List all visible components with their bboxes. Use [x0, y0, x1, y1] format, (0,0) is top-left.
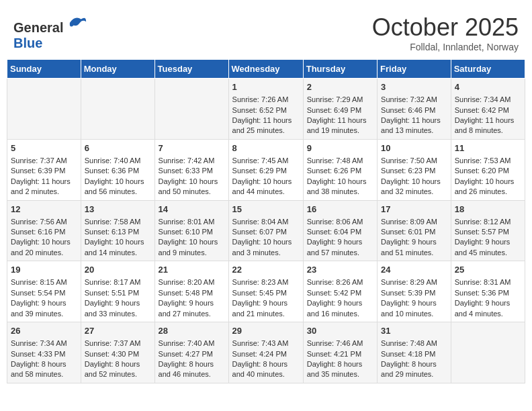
calendar-cell: 2Sunrise: 7:29 AMSunset: 6:49 PMDaylight… [303, 79, 377, 140]
day-info: Daylight: 11 hours and 19 minutes. [307, 116, 373, 136]
day-info: Sunrise: 7:45 AM [232, 156, 300, 166]
logo-text: General Blue [13, 13, 87, 50]
day-number: 8 [232, 142, 300, 154]
month-title: October 2025 [372, 13, 519, 42]
calendar-cell: 13Sunrise: 7:58 AMSunset: 6:13 PMDayligh… [81, 200, 154, 261]
day-info: Sunset: 4:24 PM [232, 349, 300, 359]
calendar-cell: 29Sunrise: 7:43 AMSunset: 4:24 PMDayligh… [228, 322, 303, 383]
day-info: Sunset: 5:39 PM [381, 288, 447, 298]
calendar-cell: 23Sunrise: 8:26 AMSunset: 5:42 PMDayligh… [303, 261, 377, 322]
day-info: Sunset: 5:57 PM [455, 227, 521, 237]
day-number: 15 [232, 203, 300, 216]
day-info: Sunrise: 7:43 AM [232, 338, 300, 349]
day-info: Sunset: 5:48 PM [159, 288, 225, 298]
calendar-cell: 11Sunrise: 7:53 AMSunset: 6:20 PMDayligh… [451, 139, 525, 200]
day-info: Sunrise: 8:29 AM [381, 277, 447, 287]
calendar-table: SundayMondayTuesdayWednesdayThursdayFrid… [7, 59, 525, 383]
calendar-week-4: 19Sunrise: 8:15 AMSunset: 5:54 PMDayligh… [7, 261, 525, 322]
day-info: Sunset: 6:01 PM [381, 227, 447, 237]
day-info: Sunset: 6:39 PM [11, 166, 77, 176]
day-info: Sunrise: 7:34 AM [11, 338, 77, 349]
day-info: Sunrise: 8:12 AM [455, 217, 521, 227]
day-info: Sunrise: 8:01 AM [159, 217, 225, 227]
day-info: Sunset: 4:33 PM [11, 349, 77, 359]
day-info: Daylight: 10 hours and 14 minutes. [85, 237, 151, 258]
day-number: 1 [232, 81, 300, 93]
day-number: 20 [85, 264, 151, 276]
day-number: 3 [381, 81, 447, 93]
day-info: Sunset: 6:29 PM [232, 166, 300, 176]
logo-general: General [13, 20, 63, 35]
calendar-cell: 18Sunrise: 8:12 AMSunset: 5:57 PMDayligh… [451, 200, 525, 261]
day-number: 27 [85, 325, 151, 337]
calendar-cell: 10Sunrise: 7:50 AMSunset: 6:23 PMDayligh… [378, 139, 451, 200]
day-number: 6 [85, 142, 151, 154]
day-info: Sunrise: 8:09 AM [381, 217, 447, 227]
calendar-cell: 7Sunrise: 7:42 AMSunset: 6:33 PMDaylight… [154, 139, 228, 200]
day-info: Daylight: 10 hours and 26 minutes. [455, 177, 521, 197]
day-info: Sunset: 6:13 PM [85, 227, 151, 237]
day-number: 26 [11, 325, 77, 337]
calendar-week-5: 26Sunrise: 7:34 AMSunset: 4:33 PMDayligh… [7, 322, 525, 383]
day-info: Sunset: 6:33 PM [159, 166, 225, 176]
day-info: Sunrise: 7:26 AM [232, 95, 300, 105]
day-info: Sunset: 6:20 PM [455, 166, 521, 176]
calendar-cell: 17Sunrise: 8:09 AMSunset: 6:01 PMDayligh… [378, 200, 451, 261]
day-info: Sunset: 5:42 PM [307, 288, 373, 298]
day-info: Daylight: 9 hours and 16 minutes. [307, 298, 373, 319]
day-info: Daylight: 9 hours and 51 minutes. [381, 237, 447, 258]
calendar-cell: 6Sunrise: 7:40 AMSunset: 6:36 PMDaylight… [81, 139, 154, 200]
day-info: Daylight: 9 hours and 57 minutes. [307, 237, 373, 258]
day-info: Daylight: 9 hours and 45 minutes. [455, 237, 521, 258]
calendar-cell: 5Sunrise: 7:37 AMSunset: 6:39 PMDaylight… [7, 139, 81, 200]
day-info: Sunset: 4:30 PM [85, 349, 151, 359]
logo: General Blue [13, 13, 87, 50]
day-header-thursday: Thursday [303, 60, 377, 79]
day-number: 22 [232, 264, 300, 276]
day-number: 14 [159, 203, 225, 216]
day-info: Sunset: 4:27 PM [159, 349, 225, 359]
calendar-week-1: 1Sunrise: 7:26 AMSunset: 6:52 PMDaylight… [7, 79, 525, 140]
day-info: Daylight: 9 hours and 39 minutes. [11, 298, 77, 319]
calendar-cell: 12Sunrise: 7:56 AMSunset: 6:16 PMDayligh… [7, 200, 81, 261]
calendar-cell: 4Sunrise: 7:34 AMSunset: 6:42 PMDaylight… [451, 79, 525, 140]
day-info: Daylight: 11 hours and 2 minutes. [11, 177, 77, 197]
day-number: 17 [381, 203, 447, 216]
day-info: Daylight: 9 hours and 21 minutes. [232, 298, 300, 319]
day-number: 28 [159, 325, 225, 337]
day-info: Daylight: 9 hours and 27 minutes. [159, 298, 225, 319]
logo-bird-icon [69, 13, 87, 32]
calendar-cell: 25Sunrise: 8:31 AMSunset: 5:36 PMDayligh… [451, 261, 525, 322]
day-info: Sunset: 5:54 PM [11, 288, 77, 298]
calendar-cell: 21Sunrise: 8:20 AMSunset: 5:48 PMDayligh… [154, 261, 228, 322]
day-header-wednesday: Wednesday [228, 60, 303, 79]
day-info: Sunrise: 7:56 AM [11, 217, 77, 227]
day-info: Daylight: 8 hours and 52 minutes. [85, 359, 151, 380]
location: Folldal, Innlandet, Norway [372, 42, 519, 52]
day-info: Sunrise: 8:26 AM [307, 277, 373, 287]
day-info: Daylight: 10 hours and 9 minutes. [159, 237, 225, 258]
day-info: Daylight: 11 hours and 13 minutes. [381, 116, 447, 136]
calendar-cell [81, 79, 154, 140]
day-number: 23 [307, 264, 373, 276]
day-info: Daylight: 9 hours and 33 minutes. [85, 298, 151, 319]
day-info: Sunrise: 8:15 AM [11, 277, 77, 287]
day-info: Sunrise: 8:04 AM [232, 217, 300, 227]
day-info: Sunrise: 7:53 AM [455, 156, 521, 166]
day-info: Sunrise: 7:29 AM [307, 95, 373, 105]
day-number: 24 [381, 264, 447, 276]
day-info: Sunset: 6:49 PM [307, 105, 373, 116]
day-info: Sunset: 6:07 PM [232, 227, 300, 237]
day-header-monday: Monday [81, 60, 154, 79]
calendar-cell: 22Sunrise: 8:23 AMSunset: 5:45 PMDayligh… [228, 261, 303, 322]
day-info: Daylight: 8 hours and 46 minutes. [159, 359, 225, 380]
day-info: Daylight: 10 hours and 38 minutes. [307, 177, 373, 197]
day-info: Daylight: 8 hours and 40 minutes. [232, 359, 300, 380]
day-info: Sunset: 5:51 PM [85, 288, 151, 298]
day-info: Sunset: 4:18 PM [381, 349, 447, 359]
day-info: Sunset: 6:10 PM [159, 227, 225, 237]
day-info: Sunrise: 7:40 AM [85, 156, 151, 166]
day-info: Sunrise: 7:46 AM [307, 338, 373, 349]
day-info: Sunrise: 7:48 AM [381, 338, 447, 349]
day-number: 21 [159, 264, 225, 276]
